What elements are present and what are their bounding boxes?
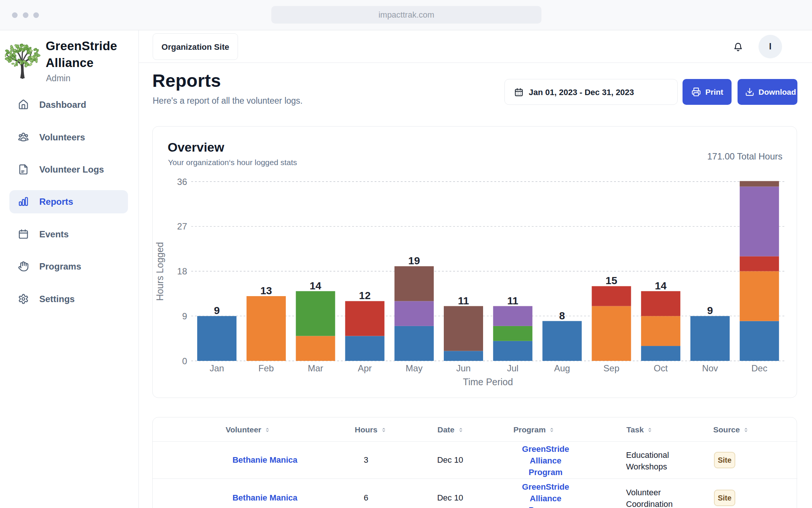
svg-text:Jul: Jul [507,363,519,373]
svg-text:9: 9 [707,305,713,316]
svg-text:36: 36 [177,177,187,187]
svg-text:Feb: Feb [259,363,274,373]
svg-text:Nov: Nov [702,363,718,373]
svg-text:8: 8 [559,310,565,322]
svg-text:Dec: Dec [751,363,767,373]
svg-text:27: 27 [177,221,187,231]
svg-text:Aug: Aug [554,363,570,373]
svg-text:15: 15 [605,275,617,286]
svg-text:13: 13 [260,285,272,296]
svg-text:0: 0 [182,356,187,366]
svg-text:Sep: Sep [604,363,620,373]
svg-text:May: May [406,363,422,373]
svg-text:11: 11 [458,295,469,307]
svg-text:11: 11 [507,295,518,307]
svg-text:19: 19 [408,255,420,267]
svg-text:Hours Logged: Hours Logged [155,242,165,301]
svg-text:18: 18 [177,266,187,276]
svg-text:Jun: Jun [456,363,471,373]
svg-text:Time Period: Time Period [463,377,513,387]
svg-text:9: 9 [214,305,220,316]
svg-text:14: 14 [655,280,667,292]
svg-text:14: 14 [310,280,322,292]
svg-text:Mar: Mar [308,363,323,373]
svg-text:12: 12 [359,290,370,301]
svg-text:9: 9 [182,311,187,321]
svg-text:Oct: Oct [654,363,668,373]
svg-text:Apr: Apr [358,363,372,373]
svg-text:Jan: Jan [210,363,224,373]
